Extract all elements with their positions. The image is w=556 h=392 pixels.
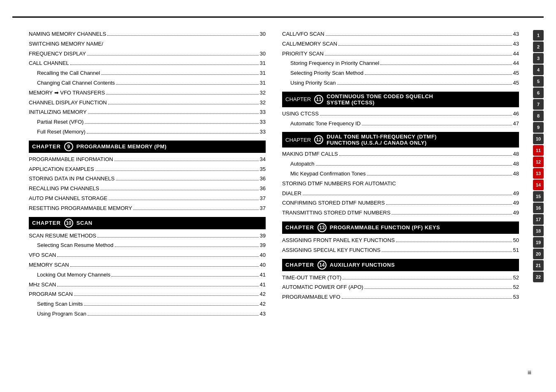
entry-page: 53 (513, 293, 519, 302)
dots (108, 104, 259, 104)
entry-page: 37 (260, 204, 266, 213)
entry-label: INITIALIZING MEMORY (29, 108, 87, 117)
dots (84, 305, 258, 306)
toc-entry: APPLICATION EXAMPLES 35 (29, 165, 266, 174)
chapter-14-header: CHAPTER 14 AUXILIARY FUNCTIONS (282, 259, 519, 271)
entry-page: 32 (260, 89, 266, 97)
top-border (12, 16, 544, 18)
chapter-9-title: PROGRAMMABLE MEMORY (PM) (76, 143, 167, 150)
toc-entry: MAKING DTMF CALLS 48 (282, 150, 519, 159)
chapter-9-header: CHAPTER 9 PROGRAMMABLE MEMORY (PM) (29, 141, 266, 153)
dots (88, 315, 259, 316)
side-tab-13: 13 (533, 168, 544, 179)
entry-page: 47 (513, 120, 519, 128)
entry-page: 41 (260, 271, 266, 279)
entry-page: 48 (513, 150, 519, 159)
dots (133, 210, 258, 210)
entry-page: 52 (513, 283, 519, 292)
dots (74, 295, 259, 296)
entry-label: CALL/VFO SCAN (282, 30, 324, 39)
entry-label: MAKING DTMF CALLS (282, 150, 338, 159)
toc-entry: ASSIGNING SPECIAL KEY FUNCTIONS 51 (282, 246, 519, 255)
entry-label: Using Program Scan (37, 310, 86, 318)
side-tab-18: 18 (533, 226, 544, 236)
toc-entry: Changing Call Channel Contents 31 (29, 79, 266, 88)
toc-entry: MEMORY ➡ VFO TRANSFERS 32 (29, 89, 266, 97)
entry-page: 31 (260, 69, 266, 78)
toc-entry: CONFIRMING STORED DTMF NUMBERS 49 (282, 199, 519, 208)
toc-entry: Storing Frequency in Priority Channel 44 (282, 59, 519, 68)
entry-page: 41 (260, 281, 266, 289)
entry-label: CONFIRMING STORED DTMF NUMBERS (282, 199, 385, 208)
entry-label: APPLICATION EXAMPLES (29, 165, 94, 174)
content-area: NAMING MEMORY CHANNELS 30 SWITCHING MEMO… (12, 30, 544, 365)
entry-label: VFO SCAN (29, 251, 56, 260)
toc-entry: TRANSMITTING STORED DTMF NUMBERS 49 (282, 209, 519, 217)
dots (116, 84, 258, 85)
entry-label: CALL/MEMORY SCAN (282, 40, 337, 48)
toc-entry: SWITCHING MEMORY NAME/ (29, 40, 266, 48)
dots (101, 74, 258, 75)
entry-label: Selecting Scan Resume Method (37, 241, 114, 250)
dots (316, 165, 512, 166)
side-tab-10: 10 (533, 134, 544, 144)
toc-entry: Selecting Scan Resume Method 39 (29, 241, 266, 250)
toc-entry: INITIALIZING MEMORY 33 (29, 108, 266, 117)
side-tab-4: 4 (533, 65, 544, 75)
entry-label: ASSIGNING SPECIAL KEY FUNCTIONS (282, 246, 380, 255)
chapter-word: CHAPTER (285, 137, 311, 143)
toc-entry: NAMING MEMORY CHANNELS 30 (29, 30, 266, 39)
side-tab-19: 19 (533, 237, 544, 248)
side-tab-3: 3 (533, 53, 544, 64)
dots (367, 175, 512, 175)
chapter-9-number: 9 (64, 142, 73, 151)
side-tab-2: 2 (533, 42, 544, 52)
entry-page: 35 (260, 165, 266, 174)
toc-entry: Using Program Scan 43 (29, 310, 266, 318)
toc-entry: Using Priority Scan 45 (282, 79, 519, 88)
chapter-14-title: AUXILIARY FUNCTIONS (330, 262, 395, 268)
chapter-12-number: 12 (314, 135, 323, 144)
entry-page: 32 (260, 99, 266, 107)
toc-entry: Partial Reset (VFO) 33 (29, 118, 266, 127)
toc-entry: Autopatch 48 (282, 160, 519, 168)
chapter-10-header: CHAPTER 10 SCAN (29, 217, 266, 229)
dots (386, 204, 512, 205)
entry-label: RESETTING PROGRAMMABLE MEMORY (29, 204, 132, 213)
entry-page: 44 (513, 59, 519, 68)
entry-label: Recalling the Call Channel (37, 69, 100, 78)
entry-label: Full Reset (Memory) (37, 128, 86, 136)
entry-label: Storing Frequency in Priority Channel (290, 59, 379, 68)
dots (320, 115, 512, 115)
dots (303, 195, 512, 195)
entry-page: 33 (260, 128, 266, 136)
dots (382, 251, 512, 252)
toc-entry: MHz SCAN 41 (29, 281, 266, 289)
entry-label: PRIORITY SCAN (282, 50, 324, 58)
entry-page: 33 (260, 108, 266, 117)
page-number: iii (528, 369, 531, 376)
entry-page: 45 (513, 79, 519, 88)
entry-page: 49 (513, 209, 519, 217)
entry-page: 40 (260, 251, 266, 260)
entry-label: DIALER (282, 189, 301, 198)
chapter-13-number: 13 (317, 223, 327, 232)
chapter-word: CHAPTER (285, 96, 311, 102)
toc-entry: SCAN RESUME METHODS 39 (29, 232, 266, 240)
chapter-11-title-line2: SYSTEM (CTCSS) (327, 99, 433, 106)
side-tab-1: 1 (533, 30, 544, 41)
toc-entry: Mic Keypad Confirmation Tones 48 (282, 170, 519, 178)
entry-label: USING CTCSS (282, 110, 319, 118)
dots (70, 266, 259, 267)
toc-entry: RECALLING PM CHANNELS 36 (29, 184, 266, 193)
chapter-10-title: SCAN (76, 220, 93, 226)
side-tab-20: 20 (533, 249, 544, 259)
entry-page: 43 (513, 40, 519, 48)
toc-entry: Selecting Priority Scan Method 45 (282, 69, 519, 78)
dots (325, 55, 512, 55)
entry-page: 40 (260, 261, 266, 270)
toc-entry: PROGRAMMABLE VFO 53 (282, 293, 519, 302)
entry-label: MEMORY SCAN (29, 261, 69, 270)
entry-label: FREQUENCY DISPLAY (29, 50, 86, 58)
toc-entry: CALL/VFO SCAN 43 (282, 30, 519, 39)
